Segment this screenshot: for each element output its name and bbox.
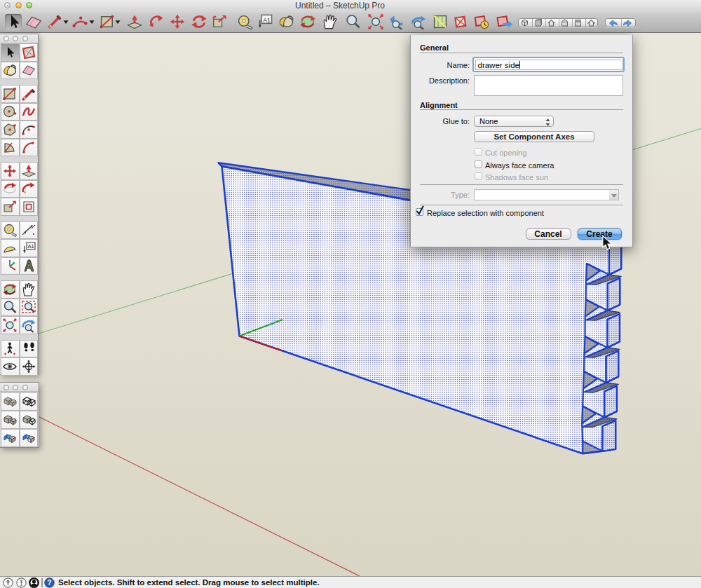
svg-text:?: ? bbox=[47, 578, 51, 587]
svg-text:A1: A1 bbox=[27, 243, 34, 249]
svg-text:A1: A1 bbox=[263, 17, 271, 24]
